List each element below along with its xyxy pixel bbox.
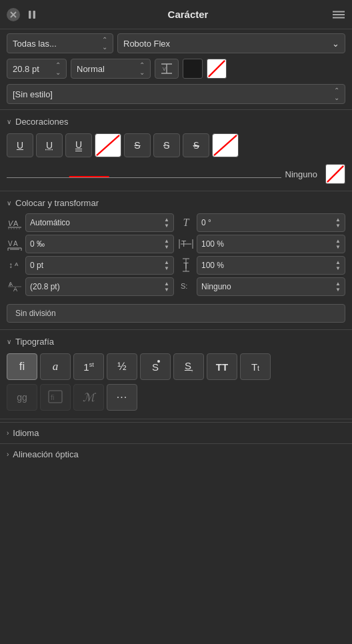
glyph-gg-label: gg	[17, 392, 27, 403]
svg-text:V: V	[163, 67, 166, 71]
underline-color-swatch[interactable]	[95, 133, 121, 157]
panel-title: Carácter	[44, 9, 332, 20]
menu-button[interactable]	[332, 8, 345, 21]
tt-label: TT	[216, 361, 228, 373]
font-style-label: Normal	[77, 64, 105, 74]
kerning-icon: V A	[7, 215, 23, 231]
decoraciones-section-header[interactable]: ∨ Decoraciones	[0, 113, 352, 131]
hscale-stepper[interactable]: ▲▼	[335, 238, 341, 250]
strikethrough-color-swatch[interactable]	[212, 133, 239, 157]
strikethrough-dash-icon: S	[163, 140, 169, 151]
tracking-stepper[interactable]: ▲▼	[164, 238, 169, 250]
svg-text:A: A	[13, 219, 19, 227]
style-row: [Sin estilo] ⌃⌄	[0, 81, 352, 107]
strikethrough-double-button[interactable]: S̶	[183, 133, 209, 157]
ordinal-button[interactable]: 1st	[73, 353, 104, 380]
leading-input[interactable]: (20.8 pt) ▲▼	[25, 277, 174, 296]
divider-4	[0, 419, 352, 419]
tracking-field: V A 0 ‰ ▲▼	[7, 235, 174, 253]
vertical-align-button[interactable]: V	[155, 59, 179, 79]
sin-division-button[interactable]: Sin división	[7, 304, 345, 323]
strikethrough-button[interactable]: S	[124, 133, 151, 157]
italic-input[interactable]: 0 ° ▲▼	[197, 213, 345, 232]
font-size-label: 20.8 pt	[13, 64, 39, 74]
svg-line-11	[209, 61, 225, 77]
font-row: Todas las... ⌃⌄ Roboto Flex ⌄	[0, 29, 352, 56]
alineacion-section-header[interactable]: › Alineación óptica	[0, 443, 352, 465]
ligature-fi-button[interactable]: fi	[7, 353, 37, 380]
glyph-fi-label: fi	[47, 389, 63, 406]
glyph-gg-button: gg	[7, 384, 37, 411]
leading-stepper[interactable]: ▲▼	[164, 281, 169, 293]
typo-row-1: fi a 1st ½ S S. TT Tt	[0, 351, 352, 383]
fraction-button[interactable]: ½	[107, 353, 137, 380]
font-category-select[interactable]: Todas las... ⌃⌄	[7, 33, 113, 53]
swash2-button[interactable]: S.	[173, 353, 204, 380]
svg-text:V: V	[8, 240, 13, 247]
baseline-row: ↕ A 0 pt ▲▼ T 100 % ▲▼	[7, 256, 345, 275]
svg-text:S:: S:	[181, 282, 187, 290]
tracking-value: 0 ‰	[30, 239, 45, 249]
tipografia-section-header[interactable]: ∨ Tipografía	[0, 333, 352, 351]
leading-field: ↕ A A (20.8 pt) ▲▼	[7, 277, 174, 296]
underline-dotted-icon: U	[46, 140, 53, 151]
italic-stepper[interactable]: ▲▼	[335, 217, 341, 229]
tt-small-label: Tt	[251, 361, 259, 373]
baseline-stepper[interactable]: ▲▼	[164, 259, 169, 271]
svg-text:A: A	[13, 240, 18, 247]
strikethrough-double-icon: S̶	[193, 140, 199, 151]
kerning-stepper[interactable]: ▲▼	[164, 217, 169, 229]
italic-field: T 0 ° ▲▼	[178, 213, 345, 232]
vscale-stepper[interactable]: ▲▼	[335, 259, 341, 271]
font-style-select[interactable]: Normal ⌃⌄	[71, 59, 151, 79]
ordinal-label: 1st	[83, 361, 93, 373]
underline-icon: U	[17, 140, 23, 151]
underline-button[interactable]: U	[7, 133, 33, 157]
italic-a-button[interactable]: a	[40, 353, 71, 380]
underline-dotted-button[interactable]: U	[36, 133, 63, 157]
transform-fields: V A Automático ▲▼ T 0 ° ▲▼	[0, 212, 352, 300]
character-style-select[interactable]: [Sin estilo] ⌃⌄	[7, 84, 345, 104]
colocar-section-header[interactable]: ∨ Colocar y transformar	[0, 194, 352, 212]
scale-none-input[interactable]: Ninguno ▲▼	[197, 277, 345, 296]
scale-none-stepper[interactable]: ▲▼	[335, 281, 341, 293]
baseline-input[interactable]: 0 pt ▲▼	[25, 256, 174, 275]
font-family-select[interactable]: Roboto Flex ⌄	[117, 33, 345, 53]
fraction-label: ½	[117, 361, 126, 373]
underline-double-button[interactable]: U	[65, 133, 92, 157]
pause-button[interactable]	[25, 8, 39, 21]
svg-text:A: A	[9, 281, 13, 287]
tt-small-button[interactable]: Tt	[240, 353, 271, 380]
svg-line-15	[327, 166, 343, 182]
font-family-label: Roboto Flex	[123, 39, 170, 49]
scale-none-icon: S:	[178, 279, 194, 295]
strikethrough-dash-button[interactable]: S	[153, 133, 180, 157]
kerning-input[interactable]: Automático ▲▼	[25, 213, 174, 232]
underline-none-swatch[interactable]	[325, 164, 345, 184]
font-size-select[interactable]: 20.8 pt ⌃⌄	[7, 59, 67, 79]
swash2-label: S.	[185, 360, 193, 373]
glyph-script-button: ℳ	[73, 384, 104, 411]
italic-icon: T	[178, 215, 194, 231]
kerning-row: V A Automático ▲▼ T 0 ° ▲▼	[7, 213, 345, 232]
close-button[interactable]	[7, 8, 20, 21]
tracking-icon: V A	[7, 236, 23, 252]
swash-button[interactable]: S	[140, 353, 171, 380]
font-category-arrow: ⌃⌄	[102, 36, 107, 51]
glyph-fi-button: fi	[40, 384, 71, 411]
more-button[interactable]: ···	[107, 384, 137, 411]
baseline-field: ↕ A 0 pt ▲▼	[7, 256, 174, 275]
svg-line-13	[214, 135, 237, 155]
vscale-input[interactable]: 100 % ▲▼	[197, 256, 345, 275]
hscale-input[interactable]: 100 % ▲▼	[197, 235, 345, 253]
stroke-color-swatch[interactable]	[207, 59, 227, 79]
font-size-arrow: ⌃⌄	[55, 61, 61, 76]
tracking-input[interactable]: 0 ‰ ▲▼	[25, 235, 174, 253]
fill-color-swatch[interactable]	[183, 59, 203, 79]
divider-3	[0, 329, 352, 330]
hscale-icon: T	[178, 236, 194, 252]
idioma-section-header[interactable]: › Idioma	[0, 422, 352, 443]
svg-text:A: A	[13, 286, 17, 293]
tt-button[interactable]: TT	[207, 353, 237, 380]
sin-division-label: Sin división	[15, 309, 56, 318]
